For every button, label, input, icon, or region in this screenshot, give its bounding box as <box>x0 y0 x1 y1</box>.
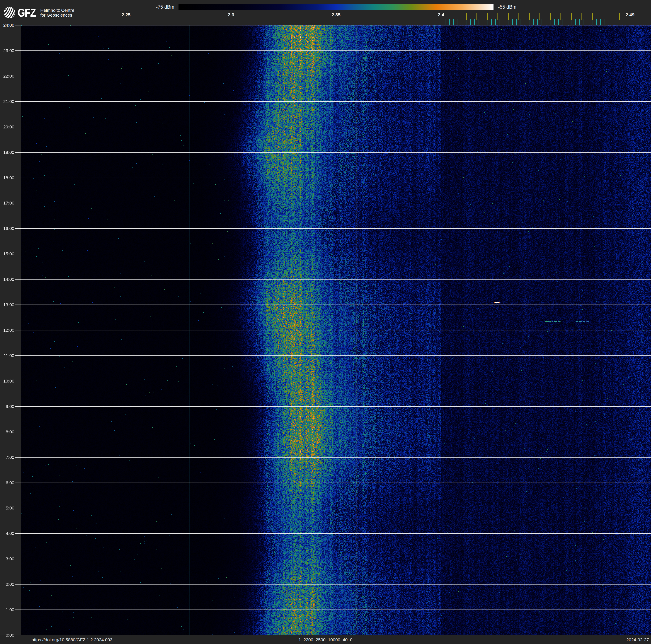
channel-marker-cyan-tick <box>563 19 563 25</box>
time-tick <box>15 203 21 203</box>
channel-marker-cyan-tick <box>500 19 500 25</box>
freq-tick-label: 2.3 <box>223 12 239 18</box>
signal-dash <box>554 321 557 322</box>
date-label: 2024-02-27 <box>626 637 649 642</box>
gfz-globe-icon <box>4 7 15 18</box>
time-label: 24:00 <box>0 23 14 28</box>
time-label: 4:00 <box>0 531 14 536</box>
signal-dash <box>586 321 587 322</box>
time-tick <box>15 51 21 51</box>
channel-marker-cyan-tick <box>554 19 555 25</box>
intensity-colorbar <box>179 4 494 10</box>
freq-major-tick <box>231 19 231 25</box>
channel-marker-olive-tick <box>529 12 530 20</box>
time-label: 15:00 <box>0 252 14 257</box>
org-name: Helmholtz Centre for Geosciences <box>40 8 74 18</box>
time-tick <box>15 559 21 559</box>
channel-marker-cyan-tick <box>584 19 584 25</box>
freq-minor-tick <box>42 19 42 25</box>
time-label: 20:00 <box>0 124 14 129</box>
channel-marker-cyan-tick <box>604 19 605 25</box>
channel-marker-olive-tick <box>487 12 488 20</box>
hour-gridline <box>21 584 651 585</box>
time-tick <box>15 228 21 229</box>
hour-gridline <box>21 101 651 102</box>
freq-minor-tick <box>420 19 420 25</box>
freq-tick-label: 2.35 <box>328 12 344 18</box>
channel-marker-cyan-tick <box>579 19 580 25</box>
time-tick <box>15 304 21 305</box>
freq-minor-tick <box>105 19 105 25</box>
time-label: 0:00 <box>0 633 14 638</box>
channel-marker-cyan-tick <box>474 19 475 25</box>
colorbar-min-label: -75 dBm <box>136 4 174 10</box>
channel-marker-cyan-tick <box>458 19 458 25</box>
time-tick <box>15 432 21 432</box>
hour-gridline <box>21 330 651 330</box>
hour-gridline <box>21 482 651 483</box>
time-label: 2:00 <box>0 582 14 587</box>
time-label: 12:00 <box>0 328 14 333</box>
signal-speck <box>108 48 109 49</box>
channel-marker-olive-tick <box>497 12 498 20</box>
signal-dash <box>576 321 578 322</box>
time-tick <box>15 584 21 585</box>
time-tick <box>15 152 21 153</box>
time-label: 18:00 <box>0 175 14 180</box>
time-label: 16:00 <box>0 226 14 231</box>
freq-minor-tick <box>84 19 84 25</box>
hour-gridline <box>21 76 651 76</box>
time-tick <box>15 254 21 254</box>
time-tick <box>15 508 21 508</box>
channel-marker-cyan-tick <box>558 19 559 25</box>
time-tick <box>15 482 21 483</box>
channel-marker-cyan-tick <box>609 19 609 25</box>
signal-dash <box>587 321 589 322</box>
hour-gridline <box>21 355 651 356</box>
time-label: 9:00 <box>0 404 14 409</box>
freq-minor-tick <box>63 19 63 25</box>
time-tick <box>15 25 21 25</box>
freq-minor-tick <box>357 19 357 25</box>
doi-link[interactable]: https://doi.org/10.5880/GFZ.1.2.2024.003 <box>31 637 112 642</box>
hour-gridline <box>21 178 651 178</box>
hour-gridline <box>21 51 651 51</box>
time-tick <box>15 178 21 178</box>
channel-marker-cyan-tick <box>491 19 492 25</box>
time-tick <box>15 406 21 407</box>
signal-dash <box>550 321 552 322</box>
time-tick <box>15 533 21 534</box>
time-tick <box>15 279 21 280</box>
freq-minor-tick <box>378 19 378 25</box>
signal-dash <box>546 321 548 322</box>
channel-marker-cyan-tick <box>537 19 538 25</box>
colorbar-max-label: -55 dBm <box>498 4 540 10</box>
time-label: 19:00 <box>0 150 14 155</box>
hour-gridline <box>21 203 651 203</box>
signal-dash <box>581 321 582 322</box>
org-name-line2: for Geosciences <box>40 12 74 18</box>
signal-dash <box>548 321 550 322</box>
freq-minor-tick <box>315 19 315 25</box>
freq-minor-tick <box>252 19 252 25</box>
time-label: 17:00 <box>0 201 14 206</box>
channel-marker-olive-tick <box>550 12 551 20</box>
channel-marker-olive-tick <box>592 12 593 20</box>
time-tick <box>15 330 21 330</box>
burst-mark-core <box>495 302 499 303</box>
org-name-line1: Helmholtz Centre <box>40 8 74 12</box>
channel-marker-cyan-tick <box>517 19 517 25</box>
channel-marker-cyan-tick <box>512 19 513 25</box>
time-label: 23:00 <box>0 48 14 53</box>
time-label: 22:00 <box>0 74 14 79</box>
time-label: 8:00 <box>0 430 14 435</box>
freq-axis-line <box>21 25 651 25</box>
time-tick <box>15 355 21 356</box>
channel-marker-cyan-tick <box>478 19 479 25</box>
channel-marker-cyan-tick <box>483 19 483 25</box>
time-tick <box>15 381 21 381</box>
channel-marker-olive-tick <box>571 12 571 20</box>
hour-gridline <box>21 533 651 534</box>
channel-marker-cyan-tick <box>521 19 521 25</box>
freq-minor-tick <box>147 19 147 25</box>
